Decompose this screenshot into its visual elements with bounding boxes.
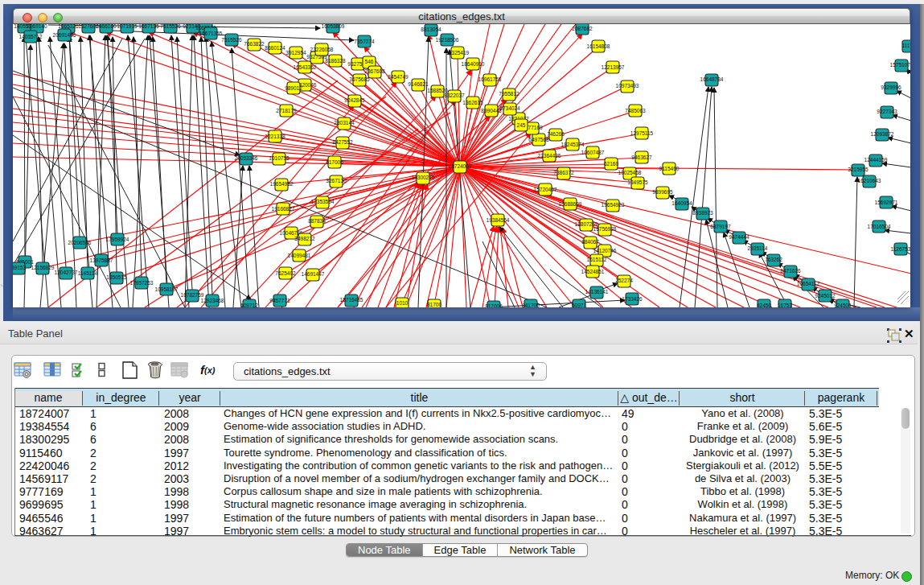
svg-text:8471626: 8471626 <box>780 268 801 274</box>
svg-text:609712: 609712 <box>240 303 258 307</box>
svg-text:14524851: 14524851 <box>581 269 605 274</box>
svg-text:11325419: 11325419 <box>446 50 470 56</box>
svg-text:15720407: 15720407 <box>534 187 557 192</box>
svg-text:2087682: 2087682 <box>572 26 593 31</box>
svg-text:1126753: 1126753 <box>891 246 910 252</box>
svg-text:763262: 763262 <box>765 257 782 262</box>
svg-text:18245374: 18245374 <box>561 142 585 147</box>
svg-text:817006: 817006 <box>326 159 343 165</box>
svg-text:6497568: 6497568 <box>528 137 549 142</box>
svg-text:746266: 746266 <box>547 131 565 137</box>
svg-text:8660124: 8660124 <box>265 45 285 51</box>
svg-text:1010: 1010 <box>396 300 409 306</box>
svg-text:21364436: 21364436 <box>538 153 561 159</box>
svg-text:19166827: 19166827 <box>272 206 295 212</box>
svg-text:14120746: 14120746 <box>593 248 617 253</box>
svg-text:7386372: 7386372 <box>553 170 574 175</box>
svg-text:9146821: 9146821 <box>408 81 429 87</box>
svg-text:1350515: 1350515 <box>106 274 127 280</box>
svg-text:7357274: 7357274 <box>354 39 375 44</box>
svg-text:14691447: 14691447 <box>302 271 325 277</box>
svg-text:9329996: 9329996 <box>881 84 901 90</box>
svg-text:10025458: 10025458 <box>618 170 642 175</box>
svg-text:16648784: 16648784 <box>700 76 724 82</box>
svg-text:1733426: 1733426 <box>622 296 643 302</box>
svg-text:887834: 887834 <box>308 218 326 224</box>
svg-text:14099481: 14099481 <box>288 253 311 258</box>
svg-text:16154808: 16154808 <box>587 43 610 49</box>
svg-text:16753: 16753 <box>778 303 792 307</box>
svg-text:81700: 81700 <box>427 302 441 307</box>
svg-text:18724007: 18724007 <box>449 163 472 169</box>
svg-text:1667135: 1667135 <box>138 24 159 29</box>
svg-text:6879197: 6879197 <box>710 224 731 229</box>
svg-text:12213957: 12213957 <box>602 64 625 70</box>
svg-text:7515526: 7515526 <box>160 24 181 29</box>
svg-text:8186328: 8186328 <box>325 58 346 64</box>
svg-text:10688609: 10688609 <box>559 201 582 207</box>
svg-text:17016504: 17016504 <box>868 224 891 229</box>
svg-text:9242845: 9242845 <box>344 97 365 103</box>
svg-text:10654112: 10654112 <box>797 281 820 286</box>
svg-text:2718179: 2718179 <box>276 108 297 113</box>
svg-text:1145114: 1145114 <box>78 270 98 276</box>
svg-text:17957253: 17957253 <box>130 280 154 286</box>
svg-text:20691406: 20691406 <box>53 32 76 38</box>
svg-text:8427552: 8427552 <box>332 139 353 145</box>
svg-text:16782759: 16782759 <box>181 292 204 298</box>
svg-text:1615112: 1615112 <box>587 257 607 262</box>
svg-text:8813054: 8813054 <box>421 27 441 32</box>
svg-text:1221338: 1221338 <box>265 134 285 139</box>
svg-text:1010755: 1010755 <box>269 155 290 161</box>
svg-text:245: 245 <box>517 122 526 128</box>
svg-text:14136141: 14136141 <box>585 289 609 295</box>
svg-text:12923468: 12923468 <box>201 298 224 303</box>
svg-text:13975887: 13975887 <box>90 257 113 263</box>
svg-text:11174: 11174 <box>901 43 910 48</box>
svg-text:20206576: 20206576 <box>68 240 92 245</box>
svg-text:9115460: 9115460 <box>659 166 680 171</box>
svg-text:12353594: 12353594 <box>311 199 335 204</box>
svg-text:19300275: 19300275 <box>412 175 435 180</box>
svg-text:941700: 941700 <box>522 303 540 307</box>
svg-text:10973493: 10973493 <box>616 83 639 89</box>
svg-text:16543362: 16543362 <box>294 64 317 70</box>
svg-text:7625402: 7625402 <box>275 270 296 276</box>
svg-text:1640954: 1640954 <box>671 200 692 206</box>
svg-text:16671355: 16671355 <box>199 31 223 36</box>
svg-text:20053346: 20053346 <box>235 155 258 161</box>
svg-text:12444159: 12444159 <box>864 157 888 163</box>
svg-text:2935114: 2935114 <box>748 245 768 251</box>
svg-text:19654952: 19654952 <box>270 181 294 187</box>
svg-text:14055712: 14055712 <box>19 34 43 39</box>
svg-text:16210643: 16210643 <box>858 178 881 183</box>
svg-text:1071915: 1071915 <box>117 24 138 29</box>
svg-text:3498212: 3498212 <box>294 236 315 241</box>
svg-text:10958107: 10958107 <box>155 286 179 292</box>
svg-text:92450: 92450 <box>757 303 771 307</box>
svg-text:12093872: 12093872 <box>871 131 894 137</box>
svg-text:6734024: 6734024 <box>499 105 520 111</box>
svg-text:7485063: 7485063 <box>625 108 646 113</box>
svg-text:6466160: 6466160 <box>96 24 117 29</box>
svg-text:9227343: 9227343 <box>877 109 897 114</box>
svg-text:924501: 924501 <box>834 303 852 307</box>
svg-text:7663822: 7663822 <box>244 41 265 47</box>
svg-text:8990443: 8990443 <box>481 108 502 113</box>
svg-text:2069140: 2069140 <box>27 24 47 29</box>
svg-text:15716485: 15716485 <box>340 297 363 303</box>
svg-text:12156829: 12156829 <box>31 265 55 270</box>
svg-text:3675685: 3675685 <box>349 76 370 82</box>
svg-text:9463627: 9463627 <box>631 154 652 160</box>
svg-text:16053809: 16053809 <box>322 24 345 29</box>
svg-text:8454749: 8454749 <box>388 74 409 80</box>
svg-text:15692971: 15692971 <box>875 200 898 205</box>
svg-text:2367608: 2367608 <box>364 68 385 74</box>
svg-text:3215955: 3215955 <box>848 167 869 172</box>
svg-text:817006: 817006 <box>485 303 503 307</box>
svg-text:23226058: 23226058 <box>310 47 334 52</box>
svg-text:17959924: 17959924 <box>106 237 129 242</box>
svg-text:9474444: 9474444 <box>729 234 749 240</box>
svg-text:2803144: 2803144 <box>334 120 355 126</box>
svg-text:39153: 39153 <box>13 265 26 270</box>
